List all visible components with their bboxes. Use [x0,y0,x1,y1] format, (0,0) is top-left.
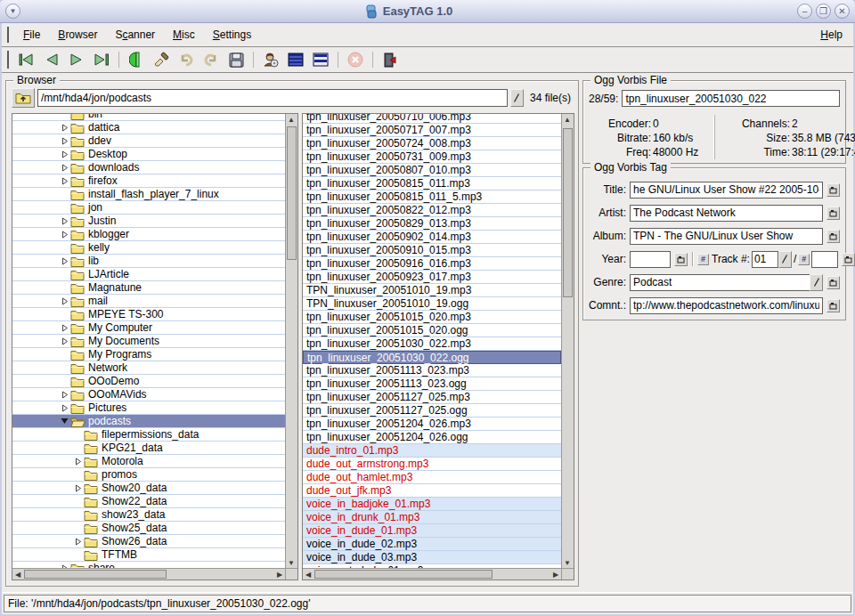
filelist-hscroll-thumb[interactable] [314,570,493,579]
tree-item-show25-data[interactable]: Show25_data [12,522,285,535]
tag-all-track-button[interactable] [842,253,855,266]
tree-horizontal-scrollbar[interactable]: ◀ ▶ [12,568,285,580]
filelist-scroll-thumb[interactable] [563,128,573,297]
tree-item-pictures[interactable]: Pictures [12,401,285,415]
menu-item-settings[interactable]: Settings [204,25,260,45]
tree-item-firefox[interactable]: firefox [12,174,285,188]
tree-scroll-thumb[interactable] [287,126,297,260]
artist-input[interactable] [630,205,823,222]
run-audio-player-icon[interactable] [260,49,281,70]
scroll-down-arrow[interactable]: ▼ [286,557,297,568]
file-row-tpn-linuxuser-20050902-014-mp3[interactable]: tpn_linuxuser_20050902_014.mp3 [303,231,561,244]
path-input[interactable] [37,89,508,107]
year-input[interactable] [630,251,671,268]
expander-closed-icon[interactable] [59,337,70,345]
save-files-icon[interactable] [225,49,247,70]
tree-item-show23-data[interactable]: show23_data [12,508,285,522]
previous-file-icon[interactable] [41,49,62,70]
file-row-tpn-linuxuser-20051127-025-ogg[interactable]: tpn_linuxuser_20051127_025.ogg [303,404,561,417]
file-row-tpn-linuxuser-20050923-017-mp3[interactable]: tpn_linuxuser_20050923_017.mp3 [303,271,561,284]
tag-all-year-button[interactable] [674,253,688,266]
file-row-dude-out-armstrong-mp3[interactable]: dude_out_armstrong.mp3 [303,458,561,471]
file-row-dude-out-hamlet-mp3[interactable]: dude_out_hamlet.mp3 [303,471,561,484]
menu-item-misc[interactable]: Misc [164,25,204,45]
file-row-tpn-linuxuser-20051113-023-mp3[interactable]: tpn_linuxuser_20051113_023.mp3 [303,364,561,377]
file-row-tpn-linuxuser-20050807-010-mp3[interactable]: tpn_linuxuser_20050807_010.mp3 [303,164,561,177]
file-row-tpn-linuxuser-20051113-023-ogg[interactable]: tpn_linuxuser_20051113_023.ogg [303,377,561,391]
tag-all-artist-button[interactable] [826,207,840,220]
file-row-tpn-linuxuser-20051030-022-mp3[interactable]: tpn_linuxuser_20051030_022.mp3 [303,337,561,351]
tree-item-show26-data[interactable]: Show26_data [12,535,285,548]
file-row-tpn-linuxuser-20051010-19-ogg[interactable]: TPN_linuxuser_20051010_19.ogg [303,297,561,311]
file-row-tpn-linuxuser-20050910-015-mp3[interactable]: tpn_linuxuser_20050910_015.mp3 [303,244,561,257]
album-input[interactable] [630,228,823,245]
tree-vertical-scrollbar[interactable]: ▲ ▼ [285,114,297,568]
tree-item-my-programs[interactable]: My Programs [12,348,285,361]
number-tracks-button[interactable]: # [697,254,709,265]
scroll-right-arrow[interactable]: ▶ [274,569,285,580]
scan-files-icon[interactable] [126,49,147,70]
redo-icon[interactable] [200,49,222,70]
filename-input[interactable] [622,90,840,107]
menu-item-browser[interactable]: Browser [49,25,106,45]
comment-input[interactable] [630,297,823,314]
tag-all-album-button[interactable] [826,230,840,243]
filelist-vertical-scrollbar[interactable]: ▲ ▼ [561,114,574,568]
filelist-horizontal-scrollbar[interactable]: ◀ ▶ [303,568,561,580]
menubar-grip[interactable] [7,27,9,43]
expander-closed-icon[interactable] [72,484,84,492]
parent-directory-button[interactable] [12,88,35,108]
expander-closed-icon[interactable] [59,297,70,305]
file-row-tpn-linuxuser-20050829-013-mp3[interactable]: tpn_linuxuser_20050829_013.mp3 [303,217,561,231]
file-row-tpn-linuxuser-20050815-011-5-mp3[interactable]: tpn_linuxuser_20050815_011_5.mp3 [303,190,561,204]
maximize-button[interactable]: ❐ [816,4,831,19]
quit-icon[interactable] [379,49,401,70]
scroll-down-arrow[interactable]: ▼ [562,557,573,568]
expander-closed-icon[interactable] [59,217,70,225]
expander-closed-icon[interactable] [59,391,70,399]
file-row-voice-in-badjoke-01-mp3[interactable]: voice_in_badjoke_01.mp3 [303,498,561,511]
tree-item-bin[interactable]: bin [12,114,285,121]
file-row-tpn-linuxuser-20051204-026-ogg[interactable]: tpn_linuxuser_20051204_026.ogg [303,431,561,444]
menu-item-scanner[interactable]: Scanner [106,25,164,45]
tree-item-kelly[interactable]: kelly [12,241,285,255]
tree-item-ljarticle[interactable]: LJArticle [12,268,285,281]
close-button[interactable]: ✕ [835,4,850,19]
count-tracks-button[interactable]: # [798,254,810,265]
tag-all-comment-button[interactable] [826,299,840,312]
minimize-button[interactable]: – [797,4,812,19]
scroll-left-arrow[interactable]: ◀ [12,569,23,580]
undo-icon[interactable] [175,49,197,70]
tree-item-desktop[interactable]: Desktop [12,148,285,161]
tree-item-lib[interactable]: lib [12,255,285,268]
tree-item-ooodemo[interactable]: OOoDemo [12,375,285,388]
tree-item-my-computer[interactable]: My Computer [12,321,285,335]
path-dropdown-button[interactable] [510,89,524,107]
expander-closed-icon[interactable] [72,458,84,466]
file-row-tpn-linuxuser-20051127-025-mp3[interactable]: tpn_linuxuser_20051127_025.mp3 [303,391,561,404]
window-menu-button[interactable]: ▼ [5,4,20,19]
file-row-tpn-linuxuser-20051015-020-mp3[interactable]: tpn_linuxuser_20051015_020.mp3 [303,311,561,324]
file-row-tpn-linuxuser-20050717-007-mp3[interactable]: tpn_linuxuser_20050717_007.mp3 [303,124,561,137]
menu-item-help[interactable]: Help [810,25,853,45]
unselect-all-icon[interactable] [310,49,331,70]
expander-open-icon[interactable] [59,417,70,425]
tree-item-ooomavids[interactable]: OOoMAVids [12,388,285,401]
tree-item-my-documents[interactable]: My Documents [12,335,285,348]
track-input[interactable] [752,251,778,268]
tree-item-justin[interactable]: Justin [12,215,285,228]
tree-item-mpeye-ts-300[interactable]: MPEYE TS-300 [12,308,285,321]
tree-item-install-flash-player-7-linux[interactable]: install_flash_player_7_linux [12,188,285,201]
tree-item-magnatune[interactable]: Magnatune [12,281,285,295]
file-row-voice-in-dude-02-mp3[interactable]: voice_in_dude_02.mp3 [303,538,561,551]
tree-item-filepermissions-data[interactable]: filepermissions_data [12,428,285,442]
expander-closed-icon[interactable] [59,164,70,172]
tree-item-dattica[interactable]: dattica [12,121,285,134]
invert-selection-icon[interactable] [285,49,306,70]
genre-input[interactable] [630,274,810,291]
file-row-tpn-linuxuser-20051030-022-ogg[interactable]: tpn_linuxuser_20051030_022.ogg [303,351,561,364]
tree-item-podcasts[interactable]: podcasts [12,415,285,428]
file-row-tpn-linuxuser-20051015-020-ogg[interactable]: tpn_linuxuser_20051015_020.ogg [303,324,561,337]
first-file-icon[interactable] [16,49,37,70]
file-row-tpn-linuxuser-20051204-026-mp3[interactable]: tpn_linuxuser_20051204_026.mp3 [303,417,561,431]
